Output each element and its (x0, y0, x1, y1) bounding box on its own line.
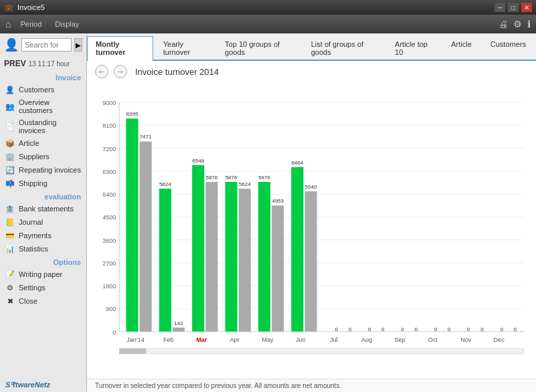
svg-text:4500: 4500 (102, 214, 116, 221)
svg-rect-60 (119, 349, 146, 354)
svg-text:0: 0 (381, 326, 385, 332)
close-button[interactable]: ✕ (521, 3, 532, 12)
statistics-icon: 📊 (5, 244, 15, 254)
tab-customers[interactable]: Customers (482, 36, 535, 60)
payments-icon: 💳 (5, 231, 15, 240)
tab-article-top10[interactable]: Article top 10 (386, 36, 441, 60)
sidebar-item-overview-customers[interactable]: 👥 Overview customers (0, 96, 86, 116)
sidebar-item-shipping[interactable]: 📫 Shipping (0, 177, 86, 190)
search-input[interactable] (21, 38, 72, 52)
sidebar-item-close[interactable]: ✖ Close (0, 294, 86, 308)
settings-icon[interactable]: ⚙ (513, 19, 522, 29)
bar-may-prev (272, 205, 284, 331)
sidebar: 👤 ▶ PREV 13 11:17 hour Invoice 👤 Custome… (0, 33, 87, 392)
search-area: 👤 ▶ (0, 33, 86, 56)
bar-jun-prev (304, 191, 317, 332)
svg-text:5400: 5400 (102, 191, 116, 198)
svg-text:6464: 6464 (291, 160, 303, 166)
tab-monthly-turnover[interactable]: Montly turnover (87, 36, 153, 61)
next-arrow[interactable]: → (114, 65, 127, 78)
shipping-icon: 📫 (5, 179, 15, 188)
svg-text:900: 900 (106, 306, 116, 312)
app-icon: 💼 (4, 3, 13, 12)
chart-header: ← → Invoice turnover 2014 (87, 61, 536, 82)
tab-list-groups[interactable]: List of groups of goods (302, 36, 385, 60)
chart-area: 9000 8100 7200 6300 5400 4500 3600 (87, 82, 536, 379)
sidebar-item-journal[interactable]: 📒 Journal (0, 215, 86, 229)
chart-title: Invoice turnover 2014 (135, 67, 219, 77)
bar-jan-prev (140, 141, 152, 331)
svg-text:Sep: Sep (394, 336, 405, 343)
footer-text: Turnover in selected year compared to pr… (95, 382, 341, 389)
search-button[interactable]: ▶ (74, 38, 82, 52)
svg-text:2700: 2700 (102, 260, 116, 267)
svg-text:May: May (262, 336, 274, 343)
period-button[interactable]: Period (16, 19, 46, 29)
svg-text:5624: 5624 (159, 181, 171, 187)
bar-apr-current (226, 182, 238, 332)
logo-text: S⁰ftwareNetz (5, 381, 50, 389)
writing-label: Writing paper (19, 270, 62, 278)
sidebar-item-article[interactable]: 📦 Article (0, 136, 86, 150)
customers-icon: 👤 (5, 85, 15, 94)
tab-yearly-turnover[interactable]: Yearly turnover (155, 36, 215, 60)
svg-text:1800: 1800 (102, 283, 116, 290)
options-section-header: Options (0, 256, 86, 268)
close-sidebar-icon: ✖ (5, 296, 15, 306)
sidebar-item-repeating[interactable]: 🔄 Repeating invoices (0, 163, 86, 177)
minimize-button[interactable]: ─ (495, 3, 505, 12)
suppliers-icon: 🏢 (5, 152, 15, 161)
toolbar: ⌂ Period Display 🖨 ⚙ ℹ (0, 15, 536, 33)
sidebar-item-suppliers[interactable]: 🏢 Suppliers (0, 150, 86, 163)
prev-time: 13 11:17 hour (29, 60, 70, 68)
info-icon[interactable]: ℹ (527, 19, 531, 29)
content-area: Montly turnover Yearly turnover Top 10 g… (87, 33, 536, 392)
svg-text:Nov: Nov (460, 336, 472, 343)
svg-text:5876: 5876 (205, 175, 217, 181)
prev-label: PREV (4, 59, 26, 68)
evaluation-section-header: evaluation (0, 190, 86, 202)
sidebar-item-settings[interactable]: ⚙ Settings (0, 281, 86, 294)
sidebar-item-outstanding[interactable]: 📄 Oustanding invoices (0, 116, 86, 136)
svg-text:6300: 6300 (102, 169, 116, 175)
tab-top10-groups[interactable]: Top 10 groups of goods (216, 36, 301, 60)
sidebar-item-statistics[interactable]: 📊 Statistics (0, 242, 86, 256)
bar-jun-current (291, 167, 303, 332)
svg-text:0: 0 (514, 326, 517, 332)
svg-text:5876: 5876 (258, 175, 270, 181)
print-icon[interactable]: 🖨 (499, 19, 508, 29)
svg-text:Aug: Aug (361, 336, 372, 343)
svg-text:7200: 7200 (102, 146, 116, 153)
bar-mar-prev (205, 182, 217, 332)
display-button[interactable]: Display (51, 19, 83, 29)
sidebar-item-customers[interactable]: 👤 Customers (0, 83, 86, 96)
journal-icon: 📒 (5, 217, 15, 227)
svg-text:0: 0 (467, 326, 470, 332)
sidebar-item-payments[interactable]: 💳 Payments (0, 229, 86, 242)
tab-article[interactable]: Article (442, 36, 480, 60)
svg-text:0: 0 (368, 326, 371, 332)
svg-text:0: 0 (112, 329, 116, 336)
shipping-label: Shipping (19, 179, 48, 187)
svg-text:7471: 7471 (140, 134, 152, 140)
svg-text:5876: 5876 (226, 175, 238, 181)
bar-jan-current (126, 118, 138, 331)
repeating-label: Repeating invoices (19, 166, 81, 174)
home-icon[interactable]: ⌂ (5, 19, 11, 29)
app-title: Invoice5 (17, 3, 45, 11)
outstanding-label: Oustanding invoices (19, 118, 81, 134)
close-label: Close (19, 297, 37, 305)
prev-section: PREV 13 11:17 hour (0, 56, 86, 71)
prev-arrow[interactable]: ← (95, 65, 108, 78)
user-icon: 👤 (4, 37, 19, 52)
suppliers-label: Suppliers (19, 153, 50, 161)
svg-text:5540: 5540 (305, 184, 317, 190)
svg-text:4953: 4953 (272, 198, 284, 204)
svg-text:8100: 8100 (102, 122, 116, 129)
settings-label: Settings (19, 284, 46, 292)
settings-sidebar-icon: ⚙ (5, 283, 15, 292)
sidebar-item-bank[interactable]: 🏦 Bank statements (0, 202, 86, 215)
svg-text:0: 0 (480, 326, 484, 332)
maximize-button[interactable]: □ (508, 3, 519, 12)
sidebar-item-writing-paper[interactable]: 📝 Writing paper (0, 268, 86, 281)
